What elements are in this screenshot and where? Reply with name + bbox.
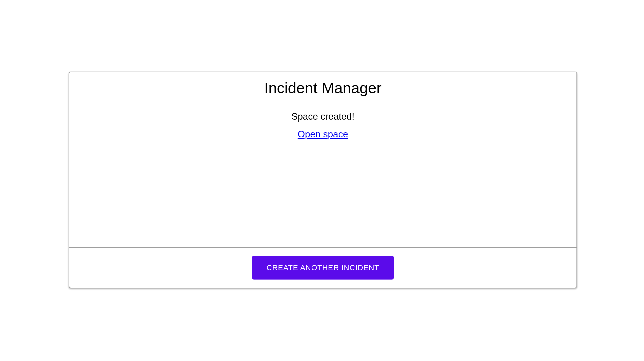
status-message: Space created! — [69, 111, 576, 122]
card-header: Incident Manager — [69, 72, 576, 104]
create-another-incident-button[interactable]: CREATE ANOTHER INCIDENT — [252, 256, 394, 280]
open-space-link[interactable]: Open space — [298, 129, 348, 139]
incident-manager-card: Incident Manager Space created! Open spa… — [69, 72, 577, 288]
card-body: Space created! Open space — [69, 104, 576, 247]
card-footer: CREATE ANOTHER INCIDENT — [69, 247, 576, 288]
page-title: Incident Manager — [69, 79, 576, 97]
